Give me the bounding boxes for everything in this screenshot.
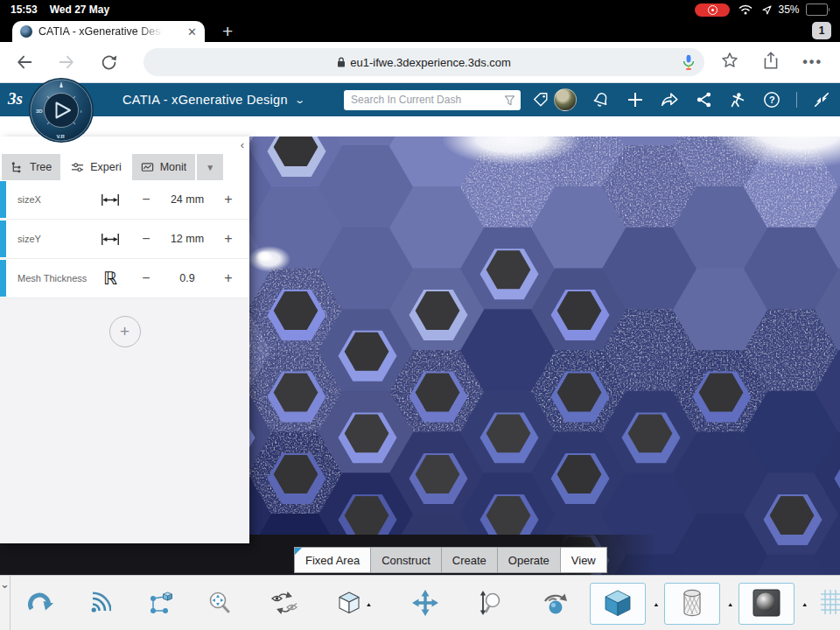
- mesh-cylinder-button[interactable]: [664, 583, 720, 625]
- material-sphere-button[interactable]: [738, 583, 794, 625]
- lock-icon: [337, 57, 346, 67]
- pan-button[interactable]: [390, 589, 460, 620]
- panel-tabs-dropdown[interactable]: ▼: [197, 154, 223, 180]
- help-icon[interactable]: ?: [762, 90, 781, 109]
- dropdown-caret-icon[interactable]: ▲: [653, 600, 660, 606]
- filter-funnel-icon[interactable]: [504, 94, 515, 106]
- collapse-icon[interactable]: [812, 90, 831, 109]
- action-toolbar: ⌄ ▲ ▲▲▲: [0, 575, 840, 630]
- tab-experiment[interactable]: Experi: [62, 154, 130, 180]
- rotate-object-button[interactable]: [520, 590, 590, 619]
- ipad-screen: { "status_bar": { "time": "15:53", "date…: [0, 0, 840, 630]
- tab-count-button[interactable]: 1: [812, 22, 831, 39]
- screen-recording-indicator[interactable]: [695, 4, 730, 17]
- iso-cube-icon: [336, 591, 362, 618]
- bell-icon[interactable]: [592, 90, 611, 109]
- share-icon[interactable]: [762, 51, 780, 74]
- dropdown-caret-icon[interactable]: ▲: [365, 600, 372, 606]
- toolbar-group-2: ▲: [189, 589, 590, 620]
- active-corner-marker: [295, 548, 302, 555]
- panel-collapse-icon[interactable]: ‹: [241, 139, 244, 150]
- tag-icon[interactable]: [532, 91, 550, 108]
- update-icon: [26, 591, 54, 618]
- tab-monitor[interactable]: Monit: [132, 154, 196, 180]
- zoom-direction-button[interactable]: [460, 590, 520, 619]
- param-value[interactable]: 24 mm: [164, 193, 210, 206]
- add-icon[interactable]: [626, 90, 645, 109]
- mode-tab-label: Construct: [382, 554, 430, 567]
- update-button[interactable]: [10, 591, 70, 618]
- favicon: [20, 25, 32, 38]
- status-bar: 15:53 Wed 27 May 35%: [0, 0, 840, 19]
- reload-button[interactable]: [98, 52, 119, 73]
- increment-button[interactable]: +: [210, 231, 247, 247]
- dropdown-caret-icon[interactable]: ▲: [727, 600, 734, 606]
- decrement-button[interactable]: −: [128, 270, 164, 286]
- mode-tab-label: Fixed Area: [305, 554, 360, 567]
- search-input[interactable]: [349, 93, 504, 107]
- url-bar[interactable]: eu1-ifwe.3dexperience.3ds.com: [144, 48, 704, 76]
- app-title[interactable]: CATIA - xGenerative Design: [122, 93, 288, 107]
- add-parameter-button[interactable]: +: [109, 316, 141, 347]
- toolbar-collapse-icon[interactable]: ⌄: [0, 576, 10, 630]
- tree-icon: [10, 161, 24, 174]
- dropdown-caret-icon[interactable]: ▲: [802, 600, 808, 606]
- mode-tab-view[interactable]: View: [560, 547, 607, 573]
- param-accent-bar: [0, 220, 6, 257]
- compass-menu[interactable]: 3D ι V.R: [28, 77, 94, 147]
- status-date: Wed 27 May: [50, 4, 109, 16]
- pan-icon: [411, 589, 439, 620]
- toolbar-view-modes: ▲▲▲: [590, 583, 840, 625]
- global-search[interactable]: [344, 90, 521, 110]
- location-icon: [761, 0, 772, 19]
- param-value[interactable]: 12 mm: [164, 233, 210, 245]
- zoom-direction-icon: [477, 590, 503, 619]
- mode-tab-fixed-area[interactable]: Fixed Area: [294, 547, 371, 573]
- bookmark-star-icon[interactable]: [720, 51, 739, 74]
- share-network-icon[interactable]: [694, 90, 713, 109]
- param-value[interactable]: 0.9: [164, 272, 210, 284]
- new-tab-button[interactable]: +: [222, 22, 233, 41]
- header-divider: [796, 92, 797, 108]
- svg-text:V.R: V.R: [57, 134, 66, 139]
- monitor-icon: [141, 161, 154, 174]
- mode-tab-create[interactable]: Create: [441, 547, 498, 573]
- mode-tab-label: Create: [452, 554, 486, 567]
- graph-cube-icon: [145, 591, 173, 618]
- increment-button[interactable]: +: [210, 192, 247, 207]
- decrement-button[interactable]: −: [128, 192, 164, 207]
- iso-cube-button[interactable]: ▲: [318, 591, 390, 618]
- param-accent-bar: [0, 260, 6, 297]
- mode-tab-operate[interactable]: Operate: [497, 547, 561, 573]
- browser-menu-icon[interactable]: •••: [802, 54, 822, 70]
- share-arrow-icon[interactable]: [660, 90, 679, 109]
- forward-button[interactable]: [56, 52, 77, 73]
- user-avatar[interactable]: [554, 88, 577, 111]
- zoom-fit-button[interactable]: [189, 590, 250, 619]
- parameters-panel: ‹ Tree Experi Monit ▼ sizeX − 24: [0, 136, 249, 543]
- svg-text:?: ?: [769, 94, 775, 105]
- decrement-button[interactable]: −: [128, 231, 164, 247]
- stream-icon: [88, 592, 111, 617]
- wifi-icon: [736, 0, 755, 19]
- browser-tab-strip: CATIA - xGenerative Desi ✕ + 1: [0, 19, 840, 42]
- graph-cube-button[interactable]: [130, 591, 189, 618]
- tab-close-icon[interactable]: ✕: [187, 26, 197, 38]
- voice-search-icon[interactable]: [682, 54, 695, 74]
- back-button[interactable]: [14, 52, 35, 73]
- app-title-chevron-icon[interactable]: ⌄: [294, 94, 305, 106]
- param-row-sizex: sizeX − 24 mm +: [0, 180, 249, 220]
- mode-tabs: Fixed Area Construct Create Operate View: [295, 547, 607, 573]
- stream-button[interactable]: [70, 592, 130, 617]
- swym-icon[interactable]: [728, 90, 747, 109]
- shaded-cube-button[interactable]: [590, 583, 646, 625]
- mode-tab-construct[interactable]: Construct: [370, 547, 442, 573]
- increment-button[interactable]: +: [210, 270, 247, 286]
- swap-visibility-button[interactable]: [250, 591, 318, 618]
- tab-tree[interactable]: Tree: [2, 154, 60, 180]
- browser-tab[interactable]: CATIA - xGenerative Desi ✕: [12, 21, 205, 42]
- real-number-icon: ℝ: [93, 270, 128, 287]
- param-accent-bar: [0, 181, 6, 218]
- grid-icon[interactable]: [820, 589, 840, 619]
- zoom-fit-icon: [206, 590, 233, 619]
